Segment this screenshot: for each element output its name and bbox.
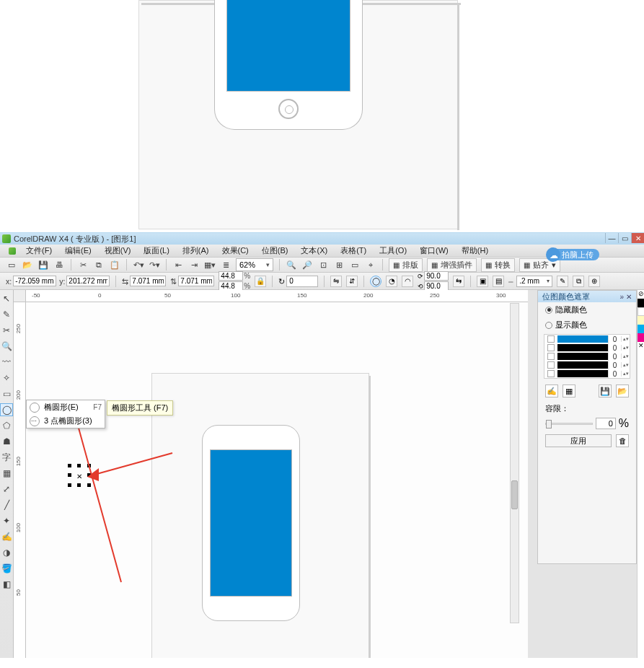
group-plugins[interactable]: ▦增强插件 — [427, 258, 477, 272]
spin-icon[interactable]: ▴▾ — [621, 345, 630, 351]
copy-icon[interactable]: ⧉ — [93, 259, 105, 271]
menu-arrange[interactable]: 排列(A) — [180, 245, 212, 257]
spin-icon[interactable]: ▴▾ — [621, 353, 630, 359]
v-scrollbar[interactable] — [510, 303, 519, 623]
h-input[interactable] — [178, 276, 214, 286]
checkbox[interactable] — [547, 344, 555, 351]
import-icon[interactable]: ⇤ — [172, 259, 184, 271]
menu-bitmap[interactable]: 位图(B) — [259, 245, 291, 257]
rotation-input[interactable]: 0 — [286, 276, 318, 287]
lock-ratio-icon[interactable]: 🔒 — [255, 276, 266, 287]
delete-button[interactable]: 🗑 — [616, 434, 629, 447]
tolerance-slider[interactable]: 0 % — [545, 417, 629, 430]
undo-icon[interactable]: ↶▾ — [133, 259, 144, 271]
phone-screen[interactable] — [210, 449, 292, 597]
y-input[interactable] — [66, 276, 110, 286]
pan-icon[interactable]: ⌖ — [365, 259, 376, 271]
swatch-row[interactable]: 0▴▾ — [544, 361, 630, 369]
ellipse-mode-icon[interactable]: ◯ — [370, 276, 381, 287]
checkbox[interactable] — [547, 353, 555, 360]
upload-badge[interactable]: ☁ 拍脑上传 — [547, 249, 599, 260]
menu-help[interactable]: 帮助(H) — [459, 245, 491, 257]
x-input[interactable] — [13, 276, 56, 286]
rect-tool-icon[interactable]: ▭ — [1, 388, 12, 400]
checkbox[interactable] — [547, 335, 555, 343]
pick-tool-icon[interactable]: ↖ — [1, 293, 12, 304]
zoompage-icon[interactable]: ▭ — [349, 259, 361, 271]
mirror-v-icon[interactable]: ⇵ — [346, 276, 358, 287]
canvas[interactable]: ✕ 椭圆形(E) F7 3 点椭圆形(3) 椭圆形工具 (F7) — [26, 302, 528, 658]
new-icon[interactable]: ▭ — [6, 259, 17, 271]
swatch[interactable] — [557, 353, 608, 360]
behind-icon[interactable]: ⧉ — [573, 276, 584, 287]
save-icon[interactable]: 💾 — [38, 259, 49, 271]
zoomall-icon[interactable]: ⊞ — [333, 259, 345, 271]
paste-icon[interactable]: 📋 — [109, 259, 120, 271]
scroll-thumb[interactable] — [511, 480, 518, 509]
zoom-tool-icon[interactable]: 🔍 — [1, 340, 12, 352]
arc-mode-icon[interactable]: ◠ — [402, 276, 413, 287]
ifill-tool-icon[interactable]: ◧ — [1, 579, 12, 590]
swatch-row[interactable]: 0▴▾ — [544, 335, 630, 343]
outline-tool-icon[interactable]: ◑ — [1, 547, 12, 558]
checkbox[interactable] — [547, 370, 555, 377]
docker-close-icon[interactable]: ✕ — [626, 293, 632, 301]
spin-icon[interactable]: ▴▾ — [621, 371, 630, 377]
to-curves-icon[interactable]: ✎ — [557, 276, 568, 287]
open-icon[interactable]: 📂 — [22, 259, 33, 271]
to-front-icon[interactable]: ▤ — [493, 276, 504, 287]
swatch-row[interactable]: 0▴▾ — [544, 352, 630, 361]
text-tool-icon[interactable]: 字 — [1, 452, 12, 463]
cut-icon[interactable]: ✂ — [77, 259, 89, 271]
group-layout[interactable]: ▦排版 — [389, 258, 423, 272]
menu-table[interactable]: 表格(T) — [338, 245, 369, 257]
interactive-tool-icon[interactable]: ✦ — [1, 515, 12, 527]
radio-hide[interactable]: 隐藏颜色 — [538, 302, 636, 317]
swap-angle-icon[interactable]: ⇆ — [453, 276, 464, 287]
palette-swatch[interactable] — [638, 325, 644, 333]
shape-tool-icon[interactable]: ✎ — [1, 309, 12, 320]
fill-tool-icon[interactable]: 🪣 — [1, 563, 12, 574]
selection-marker[interactable]: ✕ — [69, 465, 89, 485]
pie-mode-icon[interactable]: ◔ — [386, 276, 397, 287]
swatch-row[interactable]: 0▴▾ — [544, 369, 630, 378]
freehand-tool-icon[interactable]: 〰 — [1, 356, 12, 368]
wrap-icon[interactable]: ▣ — [477, 276, 488, 287]
target-icon[interactable]: ⊕ — [588, 276, 600, 287]
menu-window[interactable]: 窗口(W) — [417, 245, 451, 257]
spin-icon[interactable]: ▴▾ — [621, 336, 630, 342]
menu-edit[interactable]: 编辑(E) — [62, 245, 94, 257]
menu-view[interactable]: 视图(V) — [102, 245, 134, 257]
swatch[interactable] — [557, 370, 608, 377]
checkbox[interactable] — [547, 361, 555, 369]
menu-layout[interactable]: 版面(L) — [141, 245, 172, 257]
swatch[interactable] — [557, 344, 608, 351]
ang1-input[interactable]: 90.0 — [424, 271, 449, 281]
basic-shape-tool-icon[interactable]: ☗ — [1, 436, 12, 447]
smart-tool-icon[interactable]: ✧ — [1, 372, 12, 384]
palette-swatch[interactable] — [638, 299, 644, 307]
menu-file[interactable]: 文件(F) — [23, 245, 55, 257]
crop-tool-icon[interactable]: ✂ — [1, 325, 12, 336]
table-tool-icon[interactable]: ▦ — [1, 467, 12, 479]
ellipse-tool-icon[interactable]: ◯ — [1, 404, 12, 416]
dim-tool-icon[interactable]: ⤢ — [1, 483, 12, 495]
docker-collapse-icon[interactable]: » — [619, 293, 624, 301]
palette-swatch[interactable] — [638, 316, 644, 325]
maximize-button[interactable]: ▭ — [618, 233, 631, 243]
slider-thumb[interactable] — [546, 420, 552, 429]
swatch[interactable] — [557, 335, 608, 343]
w-input[interactable] — [130, 276, 166, 286]
export-icon[interactable]: ⇥ — [188, 259, 200, 271]
swatch[interactable] — [557, 361, 608, 369]
palette-close-icon[interactable]: ✕ — [638, 342, 644, 351]
flyout-item-3pt[interactable]: 3 点椭圆形(3) — [27, 414, 105, 428]
apply-button[interactable]: 应用 — [545, 434, 612, 447]
mirror-h-icon[interactable]: ⇋ — [330, 276, 342, 287]
close-button[interactable]: ✕ — [631, 233, 644, 243]
print-icon[interactable]: 🖶 — [53, 259, 65, 271]
save-mask-button[interactable]: 💾 — [599, 384, 612, 397]
appmgr-icon[interactable]: ▦▾ — [204, 259, 216, 271]
swatch-row[interactable]: 0▴▾ — [544, 343, 630, 352]
eyedrop-button[interactable]: ✍ — [545, 384, 558, 397]
